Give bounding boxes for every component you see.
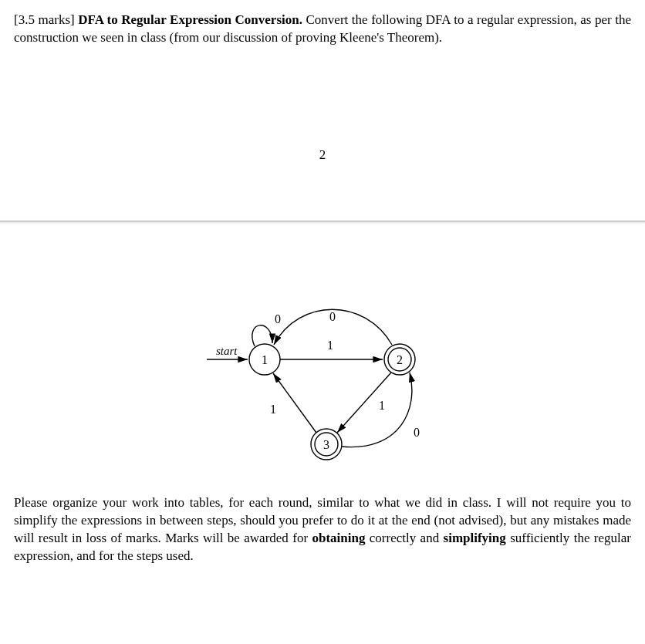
state-1-label: 1 <box>262 353 268 366</box>
edge-3-to-1-label: 1 <box>270 403 276 416</box>
edge-1-selfloop <box>252 325 272 346</box>
edge-1-to-2-label: 1 <box>327 339 333 352</box>
edge-2-to-1-label: 0 <box>329 310 336 323</box>
edge-3-to-1 <box>273 373 316 433</box>
instructions-text: Please organize your work into tables, f… <box>0 494 645 565</box>
start-label: start <box>216 345 238 357</box>
state-2-label: 2 <box>397 353 403 366</box>
instructions-bold1: obtaining <box>312 531 365 545</box>
page-break-divider <box>0 221 645 224</box>
state-3-label: 3 <box>323 438 329 451</box>
edge-2-to-3-label: 1 <box>379 399 385 412</box>
edge-3-to-2 <box>342 373 412 447</box>
dfa-svg: start 1 0 2 1 0 3 1 1 0 <box>191 286 454 464</box>
edge-1-selfloop-label: 0 <box>275 312 281 325</box>
marks-label: [3.5 marks] <box>14 12 75 27</box>
instructions-part2: correctly and <box>365 531 443 545</box>
question-text: [3.5 marks] DFA to Regular Expression Co… <box>14 12 631 47</box>
edge-3-to-2-label: 0 <box>414 426 420 439</box>
instructions-bold2: simplifying <box>444 531 506 545</box>
page-number: 2 <box>14 147 631 163</box>
question-title: DFA to Regular Expression Conversion. <box>78 12 302 27</box>
question-block: [3.5 marks] DFA to Regular Expression Co… <box>0 0 645 190</box>
dfa-diagram: start 1 0 2 1 0 3 1 1 0 <box>0 286 645 464</box>
